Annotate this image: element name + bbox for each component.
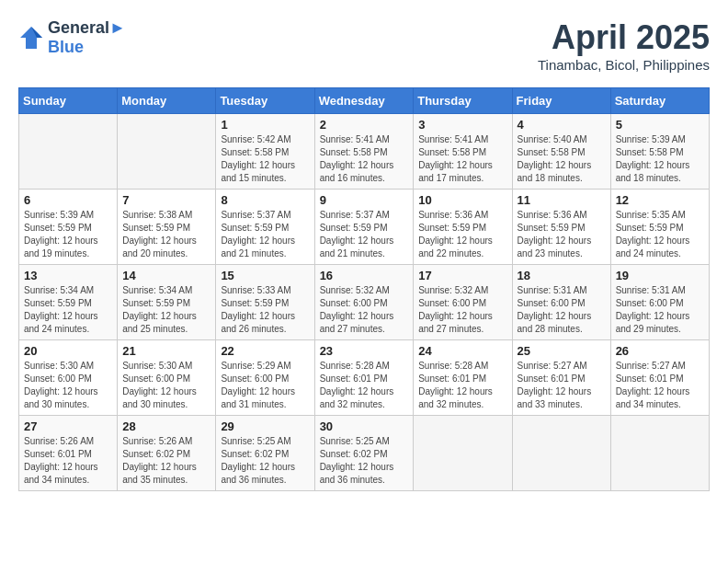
calendar-cell: 26Sunrise: 5:27 AM Sunset: 6:01 PM Dayli… <box>610 340 709 416</box>
calendar-cell: 6Sunrise: 5:39 AM Sunset: 5:59 PM Daylig… <box>19 190 118 265</box>
day-number: 26 <box>616 344 704 358</box>
day-info: Sunrise: 5:25 AM Sunset: 6:02 PM Dayligh… <box>320 435 409 487</box>
day-info: Sunrise: 5:37 AM Sunset: 5:59 PM Dayligh… <box>320 209 409 260</box>
calendar-cell: 28Sunrise: 5:26 AM Sunset: 6:02 PM Dayli… <box>118 416 216 491</box>
day-info: Sunrise: 5:31 AM Sunset: 6:00 PM Dayligh… <box>616 284 704 336</box>
day-info: Sunrise: 5:34 AM Sunset: 5:59 PM Dayligh… <box>24 284 112 336</box>
calendar-cell <box>512 416 610 491</box>
calendar-cell: 20Sunrise: 5:30 AM Sunset: 6:00 PM Dayli… <box>19 340 118 416</box>
day-number: 22 <box>221 344 309 358</box>
weekday-header-row: SundayMondayTuesdayWednesdayThursdayFrid… <box>19 88 710 114</box>
calendar-cell: 4Sunrise: 5:40 AM Sunset: 5:58 PM Daylig… <box>512 114 610 190</box>
calendar-cell: 19Sunrise: 5:31 AM Sunset: 6:00 PM Dayli… <box>610 265 709 340</box>
day-number: 16 <box>320 269 409 282</box>
day-info: Sunrise: 5:36 AM Sunset: 5:59 PM Dayligh… <box>518 209 606 260</box>
day-info: Sunrise: 5:39 AM Sunset: 5:59 PM Dayligh… <box>24 209 112 260</box>
calendar-cell: 22Sunrise: 5:29 AM Sunset: 6:00 PM Dayli… <box>216 340 314 416</box>
calendar-cell: 13Sunrise: 5:34 AM Sunset: 5:59 PM Dayli… <box>19 265 118 340</box>
day-info: Sunrise: 5:27 AM Sunset: 6:01 PM Dayligh… <box>518 360 606 411</box>
calendar-cell: 14Sunrise: 5:34 AM Sunset: 5:59 PM Dayli… <box>118 265 216 340</box>
day-info: Sunrise: 5:26 AM Sunset: 6:02 PM Dayligh… <box>122 435 210 487</box>
calendar-cell <box>19 114 118 190</box>
calendar-cell <box>610 416 709 491</box>
calendar-cell: 2Sunrise: 5:41 AM Sunset: 5:58 PM Daylig… <box>314 114 414 190</box>
calendar-week-row: 6Sunrise: 5:39 AM Sunset: 5:59 PM Daylig… <box>19 190 710 265</box>
month-year-title: April 2025 <box>538 18 710 57</box>
day-number: 5 <box>616 118 704 132</box>
page-header: General► Blue April 2025 Tinambac, Bicol… <box>18 18 710 73</box>
calendar-cell: 5Sunrise: 5:39 AM Sunset: 5:58 PM Daylig… <box>610 114 709 190</box>
calendar-cell: 25Sunrise: 5:27 AM Sunset: 6:01 PM Dayli… <box>512 340 610 416</box>
day-number: 15 <box>221 269 309 282</box>
day-info: Sunrise: 5:40 AM Sunset: 5:58 PM Dayligh… <box>518 133 606 185</box>
day-number: 6 <box>24 193 112 207</box>
day-info: Sunrise: 5:37 AM Sunset: 5:59 PM Dayligh… <box>221 209 309 260</box>
weekday-header-sunday: Sunday <box>19 88 118 114</box>
day-number: 13 <box>24 269 112 282</box>
day-number: 18 <box>518 269 606 282</box>
day-number: 23 <box>320 344 409 358</box>
day-info: Sunrise: 5:36 AM Sunset: 5:59 PM Dayligh… <box>418 209 506 260</box>
day-number: 4 <box>518 118 606 132</box>
weekday-header-monday: Monday <box>118 88 216 114</box>
day-info: Sunrise: 5:26 AM Sunset: 6:01 PM Dayligh… <box>24 435 112 487</box>
calendar-cell: 11Sunrise: 5:36 AM Sunset: 5:59 PM Dayli… <box>512 190 610 265</box>
location-subtitle: Tinambac, Bicol, Philippines <box>538 57 710 73</box>
day-info: Sunrise: 5:30 AM Sunset: 6:00 PM Dayligh… <box>24 360 112 411</box>
day-number: 14 <box>122 269 210 282</box>
day-number: 8 <box>221 193 309 207</box>
calendar-cell: 8Sunrise: 5:37 AM Sunset: 5:59 PM Daylig… <box>216 190 314 265</box>
logo-icon <box>18 25 44 51</box>
day-info: Sunrise: 5:41 AM Sunset: 5:58 PM Dayligh… <box>418 133 506 185</box>
day-info: Sunrise: 5:32 AM Sunset: 6:00 PM Dayligh… <box>418 284 506 336</box>
calendar-cell: 29Sunrise: 5:25 AM Sunset: 6:02 PM Dayli… <box>216 416 314 491</box>
day-info: Sunrise: 5:32 AM Sunset: 6:00 PM Dayligh… <box>320 284 409 336</box>
day-info: Sunrise: 5:41 AM Sunset: 5:58 PM Dayligh… <box>320 133 409 185</box>
day-info: Sunrise: 5:30 AM Sunset: 6:00 PM Dayligh… <box>122 360 210 411</box>
day-info: Sunrise: 5:28 AM Sunset: 6:01 PM Dayligh… <box>320 360 409 411</box>
calendar-cell: 27Sunrise: 5:26 AM Sunset: 6:01 PM Dayli… <box>19 416 118 491</box>
day-number: 3 <box>418 118 506 132</box>
day-number: 28 <box>122 419 210 433</box>
day-number: 20 <box>24 344 112 358</box>
calendar-cell: 15Sunrise: 5:33 AM Sunset: 5:59 PM Dayli… <box>216 265 314 340</box>
day-number: 25 <box>518 344 606 358</box>
weekday-header-tuesday: Tuesday <box>216 88 314 114</box>
calendar-cell: 21Sunrise: 5:30 AM Sunset: 6:00 PM Dayli… <box>118 340 216 416</box>
calendar-cell: 18Sunrise: 5:31 AM Sunset: 6:00 PM Dayli… <box>512 265 610 340</box>
day-info: Sunrise: 5:39 AM Sunset: 5:58 PM Dayligh… <box>616 133 704 185</box>
logo-text: General► Blue <box>48 18 126 57</box>
calendar-cell: 17Sunrise: 5:32 AM Sunset: 6:00 PM Dayli… <box>414 265 512 340</box>
calendar-cell: 16Sunrise: 5:32 AM Sunset: 6:00 PM Dayli… <box>314 265 414 340</box>
day-info: Sunrise: 5:38 AM Sunset: 5:59 PM Dayligh… <box>122 209 210 260</box>
day-info: Sunrise: 5:31 AM Sunset: 6:00 PM Dayligh… <box>518 284 606 336</box>
day-number: 30 <box>320 419 409 433</box>
calendar-week-row: 20Sunrise: 5:30 AM Sunset: 6:00 PM Dayli… <box>19 340 710 416</box>
calendar-cell: 3Sunrise: 5:41 AM Sunset: 5:58 PM Daylig… <box>414 114 512 190</box>
calendar-cell: 1Sunrise: 5:42 AM Sunset: 5:58 PM Daylig… <box>216 114 314 190</box>
day-number: 10 <box>418 193 506 207</box>
day-info: Sunrise: 5:34 AM Sunset: 5:59 PM Dayligh… <box>122 284 210 336</box>
day-info: Sunrise: 5:25 AM Sunset: 6:02 PM Dayligh… <box>221 435 309 487</box>
day-number: 24 <box>418 344 506 358</box>
day-number: 27 <box>24 419 112 433</box>
day-info: Sunrise: 5:27 AM Sunset: 6:01 PM Dayligh… <box>616 360 704 411</box>
calendar-cell: 12Sunrise: 5:35 AM Sunset: 5:59 PM Dayli… <box>610 190 709 265</box>
calendar-cell <box>414 416 512 491</box>
day-number: 9 <box>320 193 409 207</box>
weekday-header-friday: Friday <box>512 88 610 114</box>
calendar-cell: 30Sunrise: 5:25 AM Sunset: 6:02 PM Dayli… <box>314 416 414 491</box>
calendar-week-row: 27Sunrise: 5:26 AM Sunset: 6:01 PM Dayli… <box>19 416 710 491</box>
calendar-table: SundayMondayTuesdayWednesdayThursdayFrid… <box>18 87 710 491</box>
day-number: 19 <box>616 269 704 282</box>
calendar-week-row: 1Sunrise: 5:42 AM Sunset: 5:58 PM Daylig… <box>19 114 710 190</box>
day-info: Sunrise: 5:42 AM Sunset: 5:58 PM Dayligh… <box>221 133 309 185</box>
logo: General► Blue <box>18 18 126 57</box>
day-info: Sunrise: 5:33 AM Sunset: 5:59 PM Dayligh… <box>221 284 309 336</box>
weekday-header-saturday: Saturday <box>610 88 709 114</box>
day-number: 7 <box>122 193 210 207</box>
day-number: 1 <box>221 118 309 132</box>
weekday-header-thursday: Thursday <box>414 88 512 114</box>
day-number: 21 <box>122 344 210 358</box>
calendar-week-row: 13Sunrise: 5:34 AM Sunset: 5:59 PM Dayli… <box>19 265 710 340</box>
